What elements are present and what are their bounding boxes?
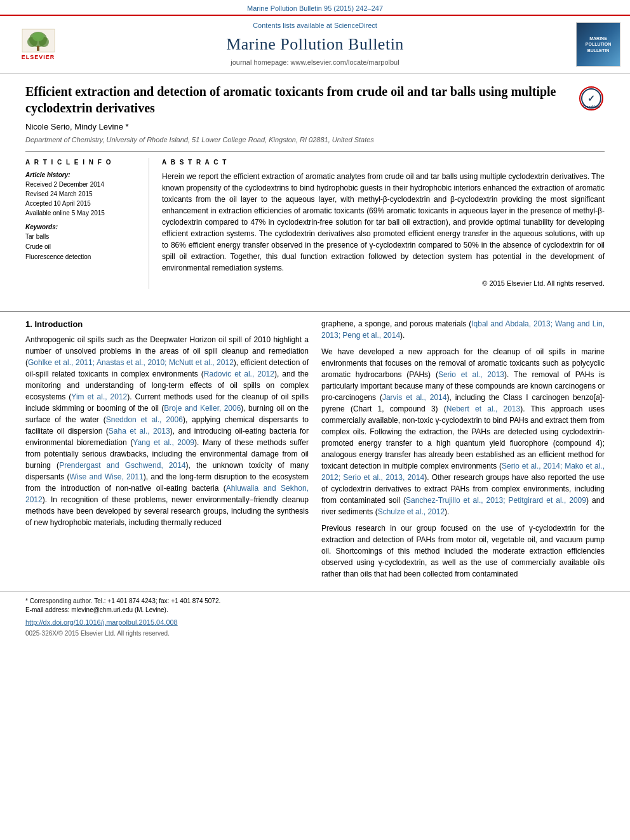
ref-sneddon[interactable]: Sneddon et al., 2006 — [106, 415, 183, 424]
svg-rect-4 — [37, 46, 39, 51]
journal-logo-right: MARINE POLLUTION BULLETIN — [563, 22, 620, 67]
authors-line: Nicole Serio, Mindy Levine * — [25, 121, 605, 133]
keywords-label: Keywords: — [25, 223, 139, 232]
body-right-column: graphene, a sponge, and porous materials… — [321, 318, 605, 585]
svg-text:CrossMark: CrossMark — [583, 105, 600, 109]
body-left-column: 1. Introduction Anthropogenic oil spills… — [25, 318, 309, 585]
intro-section-title: 1. Introduction — [25, 318, 309, 331]
abstract-text: Herein we report the efficient extractio… — [162, 171, 605, 274]
keywords-block: Keywords: Tar balls Crude oil Fluorescen… — [25, 223, 139, 262]
ref-radovic[interactable]: Radovic et al., 2012 — [204, 370, 274, 378]
corresponding-author-note: * Corresponding author. Tel.: +1 401 874… — [25, 597, 605, 606]
copyright-notice: © 2015 Elsevier Ltd. All rights reserved… — [162, 279, 605, 288]
article-info-column: A R T I C L E I N F O Article history: R… — [25, 158, 149, 288]
journal-citation-text: Marine Pollution Bulletin 95 (2015) 242–… — [247, 4, 383, 12]
abstract-column: A B S T R A C T Herein we report the eff… — [162, 158, 605, 288]
article-title: Efficient extraction and detection of ar… — [25, 83, 573, 116]
author-names: Nicole Serio, Mindy Levine * — [25, 122, 129, 131]
ref-schulze[interactable]: Schulze et al., 2012 — [378, 507, 445, 516]
email-address: E-mail address: mlevine@chm.uri.edu (M. … — [25, 606, 605, 615]
ref-broje[interactable]: Broje and Keller, 2006 — [164, 404, 241, 413]
ref-gohlke[interactable]: Gohlke et al., 2011; Anastas et al., 201… — [28, 358, 234, 367]
page: Marine Pollution Bulletin 95 (2015) 242–… — [0, 0, 630, 840]
page-footer: * Corresponding author. Tel.: +1 401 874… — [0, 591, 630, 641]
article-info-header: A R T I C L E I N F O — [25, 158, 139, 167]
journal-center-info: Contents lists available at ScienceDirec… — [73, 21, 557, 67]
ref-jarvis[interactable]: Jarvis et al., 2014 — [382, 393, 447, 402]
elsevier-brand-text: ELSEVIER — [22, 53, 55, 62]
sciencedirect-availability: Contents lists available at ScienceDirec… — [73, 21, 557, 30]
marine-pollution-bulletin-logo: MARINE POLLUTION BULLETIN — [576, 22, 620, 67]
journal-header: ELSEVIER Contents lists available at Sci… — [0, 15, 630, 73]
ref-ahluwalia[interactable]: Ahluwalia and Sekhon, 2012 — [25, 484, 309, 504]
intro-paragraph-3: We have developed a new approach for the… — [321, 346, 605, 517]
ref-wise[interactable]: Wise and Wise, 2011 — [70, 472, 144, 481]
svg-point-5 — [32, 32, 44, 41]
abstract-header: A B S T R A C T — [162, 158, 605, 167]
intro-paragraph-4: Previous research in our group focused o… — [321, 523, 605, 580]
received-date: Received 2 December 2014 — [25, 180, 139, 189]
doi-link[interactable]: http://dx.doi.org/10.1016/j.marpolbul.20… — [25, 618, 605, 627]
intro-paragraph-2: graphene, a sponge, and porous materials… — [321, 318, 605, 341]
ref-prendergast[interactable]: Prendergast and Gschwend, 2014 — [59, 461, 185, 470]
ref-sanchez[interactable]: Sanchez-Trujillo et al., 2013; Petitgira… — [406, 496, 586, 505]
journal-title: Marine Pollution Bulletin — [73, 33, 557, 56]
keyword-2: Crude oil — [25, 242, 139, 252]
journal-homepage-url: journal homepage: www.elsevier.com/locat… — [73, 58, 557, 67]
ref-serio2014[interactable]: Serio et al., 2014; Mako et al., 2012; S… — [321, 462, 605, 482]
article-history-block: Article history: Received 2 December 201… — [25, 171, 139, 218]
crossmark-icon: ✓ CrossMark — [579, 86, 603, 110]
issn-text: 0025-326X/© 2015 Elsevier Ltd. All right… — [25, 629, 605, 638]
svg-text:✓: ✓ — [587, 93, 595, 103]
logo-right-text: MARINE POLLUTION BULLETIN — [579, 36, 618, 53]
ref-nebert[interactable]: Nebert et al., 2013 — [446, 404, 520, 413]
ref-serio2013[interactable]: Serio et al., 2013 — [438, 370, 504, 379]
journal-citation-bar: Marine Pollution Bulletin 95 (2015) 242–… — [0, 0, 630, 15]
ref-saha[interactable]: Saha et al., 2013 — [109, 427, 170, 436]
article-content: Efficient extraction and detection of ar… — [0, 74, 630, 305]
article-title-section: Efficient extraction and detection of ar… — [25, 83, 605, 116]
sciencedirect-link-text[interactable]: ScienceDirect — [334, 22, 377, 29]
body-two-column: 1. Introduction Anthropogenic oil spills… — [0, 318, 630, 585]
intro-paragraph-1: Anthropogenic oil spills such as the Dee… — [25, 334, 309, 528]
article-info-abstract-section: A R T I C L E I N F O Article history: R… — [25, 151, 605, 288]
available-date: Available online 5 May 2015 — [25, 208, 139, 218]
author-affiliation: Department of Chemistry, University of R… — [25, 135, 605, 145]
revised-date: Revised 24 March 2015 — [25, 189, 139, 199]
ref-yang[interactable]: Yang et al., 2009 — [133, 438, 194, 447]
history-label: Article history: — [25, 171, 139, 180]
elsevier-tree-icon — [21, 28, 56, 53]
keyword-3: Fluorescence detection — [25, 252, 139, 262]
ref-yim[interactable]: Yim et al., 2012 — [71, 392, 127, 401]
crossmark-logo: ✓ CrossMark — [579, 86, 605, 112]
ref-iqbal[interactable]: Iqbal and Abdala, 2013; Wang and Lin, 20… — [321, 319, 605, 340]
accepted-date: Accepted 10 April 2015 — [25, 199, 139, 208]
keyword-1: Tar balls — [25, 232, 139, 242]
section-divider — [0, 311, 630, 312]
elsevier-logo-section: ELSEVIER — [10, 28, 67, 62]
